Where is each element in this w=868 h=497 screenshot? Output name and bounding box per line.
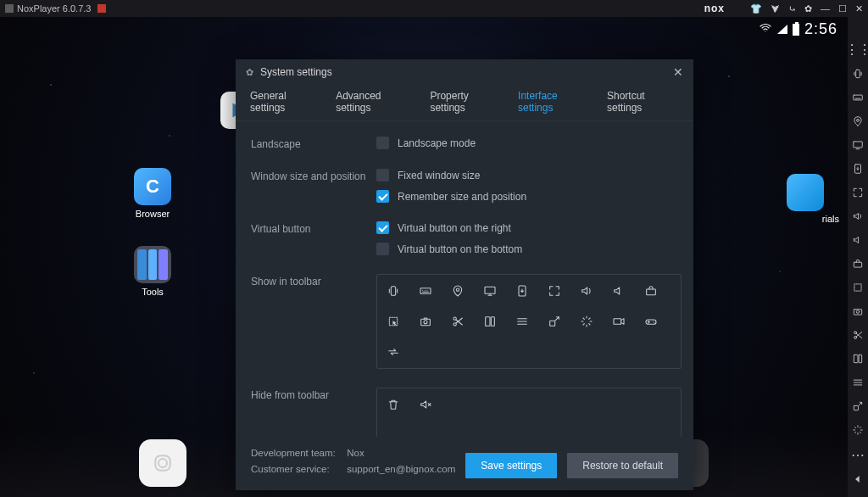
svg-rect-7 [647,289,656,295]
trash-icon[interactable] [386,397,401,412]
apk-install-icon[interactable] [515,283,530,299]
mouse-capture-icon[interactable] [386,314,401,329]
checkbox-label: Fixed window size [398,170,480,181]
side-mouse-capture-icon[interactable] [851,282,865,293]
svg-rect-30 [859,355,862,362]
side-toolbox-icon[interactable] [851,258,865,270]
minimize-button[interactable]: — [821,3,830,14]
svg-rect-16 [614,319,621,325]
titlebar-shirt-icon[interactable]: 👕 [750,3,762,14]
restore-default-button[interactable]: Restore to default [567,453,678,478]
svg-point-20 [857,119,860,121]
titlebar-download-icon[interactable]: ⮟ [771,3,780,14]
tab-shortcut[interactable]: Shortcut settings [599,85,687,120]
svg-rect-23 [854,262,861,267]
partial-app-label: rials [822,214,839,224]
checkbox-vbtn-bottom[interactable]: Virtual button on the bottom [376,243,682,255]
side-multi-instance-icon[interactable] [851,353,865,365]
label-window-size: Window size and position [251,169,370,203]
close-window-button[interactable]: ✕ [855,3,863,14]
tools-folder-shortcut[interactable]: Tools [127,246,178,297]
customer-service-label: Customer service: [251,461,344,478]
side-location-icon[interactable] [851,115,865,127]
svg-rect-13 [486,317,490,327]
macro-icon[interactable] [579,314,594,329]
side-rotate-icon[interactable] [851,400,865,412]
side-volume-up-icon[interactable] [851,210,865,222]
side-toolbar: ⋮⋮ ⋯ [848,17,868,497]
dialog-header[interactable]: ✿ System settings ✕ [236,59,693,85]
checkbox-icon [376,190,389,203]
volume-down-icon[interactable] [611,283,626,299]
checkbox-vbtn-right[interactable]: Virtual button on the right [376,221,682,234]
label-virtual-button: Virtual button [251,221,370,255]
volume-up-icon[interactable] [579,283,594,299]
save-settings-button[interactable]: Save settings [465,453,557,478]
scissors-icon[interactable] [450,314,465,329]
hide-toolbar-box [376,388,682,437]
label-landscape: Landscape [251,137,370,150]
side-shake-icon[interactable] [851,68,865,80]
titlebar-settings-icon[interactable]: ✿ [804,3,812,14]
tab-interface[interactable]: Interface settings [510,85,599,120]
multi-instance-icon[interactable] [482,314,498,329]
side-scissors-icon[interactable] [851,329,865,341]
video-record-icon[interactable] [611,314,626,329]
notification-badge-icon[interactable] [97,4,106,13]
checkbox-label: Landscape mode [398,137,476,149]
toolbox-icon[interactable] [643,283,659,299]
battery-icon [793,24,799,36]
keyboard-icon[interactable] [418,283,433,299]
titlebar-share-icon[interactable]: ⤿ [788,3,796,14]
svg-point-4 [456,288,459,291]
side-volume-down-icon[interactable] [851,234,865,246]
tab-property[interactable]: Property settings [422,85,510,120]
side-fullscreen-icon[interactable] [851,187,865,198]
checkbox-icon [376,243,389,255]
side-screenshot-icon[interactable] [851,305,865,317]
side-dots-icon[interactable]: ⋯ [851,448,865,461]
app-title: NoxPlayer 6.0.7.3 [17,3,91,14]
app-logo-icon [5,4,14,13]
side-macro-icon[interactable] [851,424,865,436]
dock-app-1[interactable] [139,439,186,487]
status-time: 2:56 [804,20,837,38]
close-dialog-button[interactable]: ✕ [673,65,683,79]
show-toolbar-box [376,274,682,369]
location-icon[interactable] [450,283,465,299]
customer-service-value: support_en@bignox.com [347,464,455,474]
side-apk-icon[interactable] [851,163,865,175]
tools-folder-icon [134,246,171,283]
rotate-icon[interactable] [547,314,562,329]
checkbox-fixed-window[interactable]: Fixed window size [376,169,682,181]
my-computer-icon[interactable] [482,283,498,299]
dialog-footer: Development team: Nox Customer service: … [236,437,693,490]
side-keyboard-icon[interactable] [851,92,865,103]
svg-rect-15 [550,321,555,326]
tab-general[interactable]: General settings [242,85,328,120]
maximize-button[interactable]: ☐ [838,3,847,14]
side-menu-icon[interactable] [851,377,865,388]
tab-advanced[interactable]: Advanced settings [328,85,422,120]
dev-info: Development team: Nox Customer service: … [251,445,455,478]
shake-icon[interactable] [386,283,401,299]
svg-point-1 [159,459,167,467]
screenshot-icon[interactable] [418,314,433,329]
svg-rect-2 [391,287,395,296]
svg-rect-31 [854,405,858,410]
svg-rect-0 [155,455,170,471]
checkbox-landscape-mode[interactable]: Landscape mode [376,137,682,149]
partial-app-shortcut[interactable] [787,174,824,211]
checkbox-remember-size[interactable]: Remember size and position [376,190,682,203]
svg-rect-18 [856,70,860,77]
browser-icon: C [134,168,171,205]
browser-shortcut[interactable]: C Browser [127,168,178,219]
sync-icon[interactable] [386,344,401,360]
mute-icon[interactable] [418,397,433,412]
controller-icon[interactable] [643,314,659,329]
nav-back-icon[interactable] [851,473,865,485]
more-icon[interactable]: ⋮⋮ [851,42,865,56]
fullscreen-icon[interactable] [547,283,562,299]
menu-icon[interactable] [515,314,530,329]
side-computer-icon[interactable] [851,139,865,151]
